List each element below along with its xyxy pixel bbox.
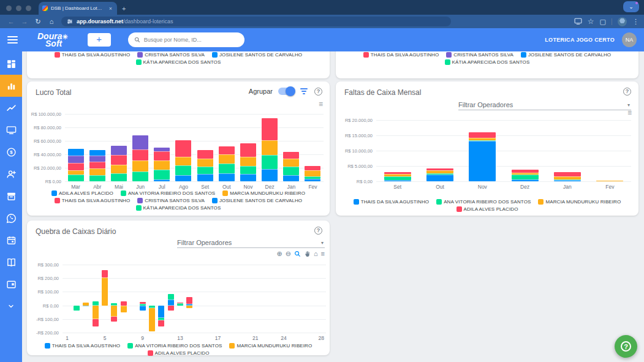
- reset-zoom-home-icon[interactable]: ⌂: [314, 250, 318, 257]
- pan-hand-icon[interactable]: [304, 251, 311, 257]
- bar-segment[interactable]: [132, 149, 148, 160]
- legend-item[interactable]: CRISTINA SANTOS SILVA: [137, 52, 205, 58]
- bar-segment[interactable]: [426, 175, 453, 181]
- search-input[interactable]: [144, 37, 238, 43]
- legend-item[interactable]: ADILA ALVES PLACIDO: [148, 350, 210, 356]
- legend-item[interactable]: ANA VITORIA RIBEIRO DOS SANTOS: [127, 343, 222, 349]
- address-bar[interactable]: app.dourasoft.net/dashboard-lotericas: [61, 17, 451, 26]
- sidebar-item[interactable]: $: [0, 141, 22, 163]
- bar-segment[interactable]: [469, 140, 496, 141]
- bar-segment[interactable]: [74, 306, 80, 311]
- window-minimize-button[interactable]: [16, 6, 21, 11]
- bar-segment[interactable]: [111, 306, 117, 317]
- legend-item[interactable]: MARCIA MUNDURUKU RIBEIRO: [222, 190, 305, 196]
- bar-segment[interactable]: [262, 140, 278, 155]
- bar-segment[interactable]: [426, 168, 453, 170]
- bar-segment[interactable]: [197, 150, 213, 158]
- forward-icon[interactable]: →: [18, 16, 31, 27]
- menu-icon[interactable]: [7, 36, 18, 43]
- bar-segment[interactable]: [111, 317, 117, 322]
- bar-segment[interactable]: [283, 167, 299, 175]
- legend-item[interactable]: ANA VITORIA RIBEIRO DOS SANTOS: [121, 190, 215, 196]
- bar-segment[interactable]: [469, 138, 496, 140]
- legend-item[interactable]: MARCIA MUNDURUKU RIBEIRO: [538, 199, 621, 205]
- legend-item[interactable]: ANA VITORIA RIBEIRO DOS SANTOS: [436, 199, 531, 205]
- bar-segment[interactable]: [154, 179, 170, 181]
- bar-segment[interactable]: [111, 155, 127, 164]
- bar-segment[interactable]: [89, 150, 105, 156]
- agrupar-toggle[interactable]: [278, 88, 295, 95]
- bar-segment[interactable]: [168, 294, 174, 300]
- help-icon[interactable]: ?: [314, 88, 322, 96]
- legend-item[interactable]: THAIS DA SILVA AGUSTINHO: [55, 198, 130, 203]
- bar-segment[interactable]: [158, 320, 164, 326]
- bar-segment[interactable]: [93, 301, 99, 306]
- legend-item[interactable]: KÁTIA APARECIDA DOS SANTOS: [445, 59, 530, 65]
- bar-segment[interactable]: [305, 179, 320, 181]
- legend-item[interactable]: ADILA ALVES PLACIDO: [456, 206, 518, 212]
- bar-segment[interactable]: [426, 173, 453, 175]
- bar-segment[interactable]: [262, 118, 278, 140]
- bar-segment[interactable]: [149, 308, 155, 331]
- bar-segment[interactable]: [219, 164, 235, 173]
- bar-segment[interactable]: [512, 179, 539, 181]
- legend-item[interactable]: CRISTINA SANTOS SILVA: [137, 198, 205, 203]
- bar-segment[interactable]: [384, 172, 411, 174]
- bar-segment[interactable]: [89, 162, 105, 168]
- bar-segment[interactable]: [197, 174, 213, 181]
- bar-segment[interactable]: [219, 146, 235, 154]
- bar-segment[interactable]: [132, 135, 148, 149]
- bar-segment[interactable]: [140, 304, 146, 306]
- sidebar-item[interactable]: [0, 273, 22, 295]
- bar-segment[interactable]: [512, 170, 539, 173]
- bar-segment[interactable]: [168, 300, 174, 306]
- legend-item[interactable]: JOSILENE SANTOS DE CARVALHO: [212, 198, 302, 203]
- bar-segment[interactable]: [240, 143, 256, 157]
- sidebar-item[interactable]: [0, 295, 22, 317]
- selection-zoom-icon[interactable]: [294, 251, 301, 257]
- bar-segment[interactable]: [186, 297, 192, 304]
- account-name[interactable]: LOTERICA JOGO CERTO: [545, 37, 615, 43]
- search-bar[interactable]: [128, 32, 244, 47]
- bar-segment[interactable]: [93, 306, 99, 319]
- bar-segment[interactable]: [121, 301, 127, 306]
- bar-segment[interactable]: [154, 170, 170, 179]
- bar-segment[interactable]: [175, 157, 191, 165]
- window-close-button[interactable]: [6, 6, 12, 11]
- bar-segment[interactable]: [175, 175, 191, 181]
- legend-item[interactable]: CRISTINA SANTOS SILVA: [446, 52, 513, 58]
- bar-segment[interactable]: [186, 306, 192, 308]
- bar-segment[interactable]: [384, 180, 411, 181]
- sidebar-item[interactable]: [0, 53, 22, 75]
- bar-segment[interactable]: [177, 303, 183, 305]
- bar-segment[interactable]: [111, 173, 127, 181]
- sidebar-item[interactable]: [0, 119, 22, 141]
- home-icon[interactable]: ⌂: [45, 16, 58, 27]
- user-avatar[interactable]: NA: [622, 32, 637, 47]
- bar-segment[interactable]: [512, 173, 539, 175]
- bar-segment[interactable]: [154, 160, 170, 170]
- bar-segment[interactable]: [262, 169, 278, 181]
- bar-segment[interactable]: [158, 306, 164, 318]
- bar-segment[interactable]: [240, 157, 256, 165]
- help-icon[interactable]: ?: [623, 88, 631, 96]
- bar-segment[interactable]: [305, 166, 320, 171]
- bar-segment[interactable]: [68, 156, 84, 163]
- bar-segment[interactable]: [283, 159, 299, 167]
- bar-segment[interactable]: [68, 149, 84, 156]
- screencast-icon[interactable]: [574, 18, 582, 26]
- tab-close-icon[interactable]: ×: [108, 6, 113, 12]
- legend-item[interactable]: MARCIA MUNDURUKU RIBEIRO: [229, 343, 312, 349]
- bar-segment[interactable]: [102, 270, 108, 277]
- bar-segment[interactable]: [175, 140, 191, 157]
- legend-item[interactable]: THAIS DA SILVA AGUSTINHO: [55, 52, 130, 58]
- bar-segment[interactable]: [132, 160, 148, 172]
- bar-segment[interactable]: [384, 174, 411, 176]
- bar-segment[interactable]: [168, 306, 174, 311]
- bar-segment[interactable]: [154, 151, 170, 160]
- bar-segment[interactable]: [384, 176, 411, 181]
- legend-item[interactable]: ADILA ALVES PLACIDO: [51, 190, 113, 196]
- bar-segment[interactable]: [469, 141, 496, 181]
- bar-segment[interactable]: [596, 181, 623, 182]
- bar-segment[interactable]: [240, 166, 256, 174]
